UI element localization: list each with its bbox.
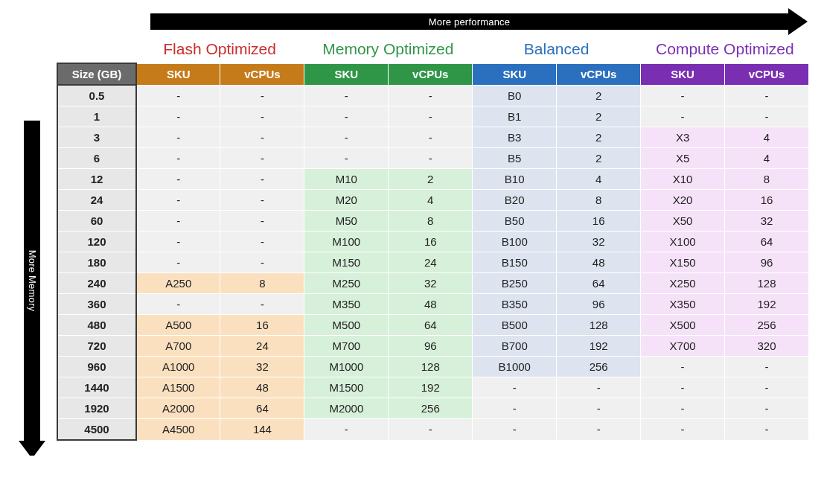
left-axis-label: More Memory bbox=[27, 250, 38, 311]
flash-sku-cell: - bbox=[136, 169, 220, 190]
memory-vcpus-cell: 24 bbox=[389, 252, 473, 273]
balanced-vcpus-cell: - bbox=[557, 419, 641, 441]
col-memory-vcpus: vCPUs bbox=[389, 63, 473, 85]
flash-sku-cell: A1000 bbox=[136, 357, 220, 377]
memory-vcpus-cell: - bbox=[389, 127, 473, 148]
size-cell: 720 bbox=[57, 336, 136, 357]
table-row: 720A70024M70096B700192X700320 bbox=[57, 336, 809, 357]
flash-sku-cell: - bbox=[136, 148, 220, 169]
size-cell: 360 bbox=[57, 294, 136, 315]
flash-vcpus-cell: 32 bbox=[220, 357, 304, 377]
balanced-sku-cell: B1000 bbox=[473, 357, 557, 377]
top-axis-bar: More performance bbox=[150, 13, 788, 30]
balanced-sku-cell: B350 bbox=[473, 294, 557, 315]
compute-vcpus-cell: - bbox=[725, 106, 809, 127]
compute-vcpus-cell: 16 bbox=[725, 190, 809, 211]
balanced-sku-cell: B100 bbox=[473, 232, 557, 252]
balanced-vcpus-cell: 128 bbox=[557, 315, 641, 336]
compute-sku-cell: X20 bbox=[641, 190, 725, 211]
compute-vcpus-cell: 256 bbox=[725, 315, 809, 336]
col-flash-vcpus: vCPUs bbox=[220, 63, 304, 85]
flash-sku-cell: - bbox=[136, 190, 220, 211]
memory-vcpus-cell: - bbox=[389, 85, 473, 106]
flash-vcpus-cell: - bbox=[220, 190, 304, 211]
col-balanced-vcpus: vCPUs bbox=[557, 63, 641, 85]
table-row: 1440A150048M1500192---- bbox=[57, 377, 809, 398]
memory-sku-cell: - bbox=[304, 127, 389, 148]
flash-vcpus-cell: 16 bbox=[220, 315, 304, 336]
compute-vcpus-cell: 192 bbox=[725, 294, 809, 315]
compute-vcpus-cell: - bbox=[725, 398, 809, 419]
memory-sku-cell: M1500 bbox=[304, 377, 389, 398]
balanced-sku-cell: B150 bbox=[473, 252, 557, 273]
flash-sku-cell: A1500 bbox=[136, 377, 220, 398]
size-cell: 60 bbox=[57, 211, 136, 232]
memory-sku-cell: M250 bbox=[304, 273, 389, 294]
table-row: 360--M35048B35096X350192 bbox=[57, 294, 809, 315]
compute-sku-cell: - bbox=[641, 106, 725, 127]
flash-vcpus-cell: 8 bbox=[220, 273, 304, 294]
memory-vcpus-cell: 2 bbox=[389, 169, 473, 190]
compute-sku-cell: X250 bbox=[641, 273, 725, 294]
size-cell: 12 bbox=[57, 169, 136, 190]
compute-vcpus-cell: - bbox=[725, 85, 809, 106]
balanced-vcpus-cell: 8 bbox=[557, 190, 641, 211]
compute-sku-cell: X5 bbox=[641, 148, 725, 169]
compute-vcpus-cell: - bbox=[725, 357, 809, 377]
compute-vcpus-cell: 32 bbox=[725, 211, 809, 232]
col-size: Size (GB) bbox=[57, 63, 136, 85]
balanced-sku-cell: - bbox=[473, 419, 557, 441]
top-axis-label: More performance bbox=[429, 16, 510, 28]
balanced-sku-cell: B250 bbox=[473, 273, 557, 294]
table-row: 24--M204B208X2016 bbox=[57, 190, 809, 211]
memory-sku-cell: M100 bbox=[304, 232, 389, 252]
balanced-sku-cell: B500 bbox=[473, 315, 557, 336]
flash-vcpus-cell: - bbox=[220, 169, 304, 190]
flash-sku-cell: A4500 bbox=[136, 419, 220, 441]
balanced-vcpus-cell: 64 bbox=[557, 273, 641, 294]
flash-vcpus-cell: 48 bbox=[220, 377, 304, 398]
balanced-vcpus-cell: 32 bbox=[557, 232, 641, 252]
flash-sku-cell: - bbox=[136, 294, 220, 315]
compute-sku-cell: X100 bbox=[641, 232, 725, 252]
size-cell: 120 bbox=[57, 232, 136, 252]
balanced-vcpus-cell: - bbox=[557, 398, 641, 419]
compute-sku-cell: X50 bbox=[641, 211, 725, 232]
flash-vcpus-cell: 24 bbox=[220, 336, 304, 357]
memory-vcpus-cell: 64 bbox=[389, 315, 473, 336]
compute-vcpus-cell: - bbox=[725, 377, 809, 398]
col-memory-sku: SKU bbox=[304, 63, 389, 85]
balanced-vcpus-cell: 2 bbox=[557, 106, 641, 127]
balanced-vcpus-cell: 192 bbox=[557, 336, 641, 357]
table-row: 1920A200064M2000256---- bbox=[57, 398, 809, 419]
table-row: 480A50016M50064B500128X500256 bbox=[57, 315, 809, 336]
table-row: 3----B32X34 bbox=[57, 127, 809, 148]
flash-sku-cell: - bbox=[136, 252, 220, 273]
flash-vcpus-cell: - bbox=[220, 106, 304, 127]
compute-vcpus-cell: 64 bbox=[725, 232, 809, 252]
compute-sku-cell: - bbox=[641, 398, 725, 419]
memory-sku-cell: M10 bbox=[304, 169, 389, 190]
memory-vcpus-cell: 16 bbox=[389, 232, 473, 252]
table-row: 6----B52X54 bbox=[57, 148, 809, 169]
memory-sku-cell: - bbox=[304, 419, 389, 441]
table-row: 180--M15024B15048X15096 bbox=[57, 252, 809, 273]
tier-title-flash: Flash Optimized bbox=[135, 36, 304, 63]
memory-vcpus-cell: 256 bbox=[389, 398, 473, 419]
flash-vcpus-cell: - bbox=[220, 148, 304, 169]
flash-sku-cell: A700 bbox=[136, 336, 220, 357]
balanced-sku-cell: - bbox=[473, 377, 557, 398]
size-cell: 1920 bbox=[57, 398, 136, 419]
tier-title-compute: Compute Optimized bbox=[641, 36, 809, 63]
compute-vcpus-cell: 8 bbox=[725, 169, 809, 190]
col-balanced-sku: SKU bbox=[473, 63, 557, 85]
compute-vcpus-cell: 320 bbox=[725, 336, 809, 357]
balanced-sku-cell: B10 bbox=[473, 169, 557, 190]
balanced-sku-cell: B0 bbox=[473, 85, 557, 106]
memory-sku-cell: M20 bbox=[304, 190, 389, 211]
compute-vcpus-cell: 128 bbox=[725, 273, 809, 294]
compute-sku-cell: X350 bbox=[641, 294, 725, 315]
memory-sku-cell: M2000 bbox=[304, 398, 389, 419]
compute-vcpus-cell: 4 bbox=[725, 127, 809, 148]
top-axis-arrow: More performance bbox=[57, 13, 809, 34]
